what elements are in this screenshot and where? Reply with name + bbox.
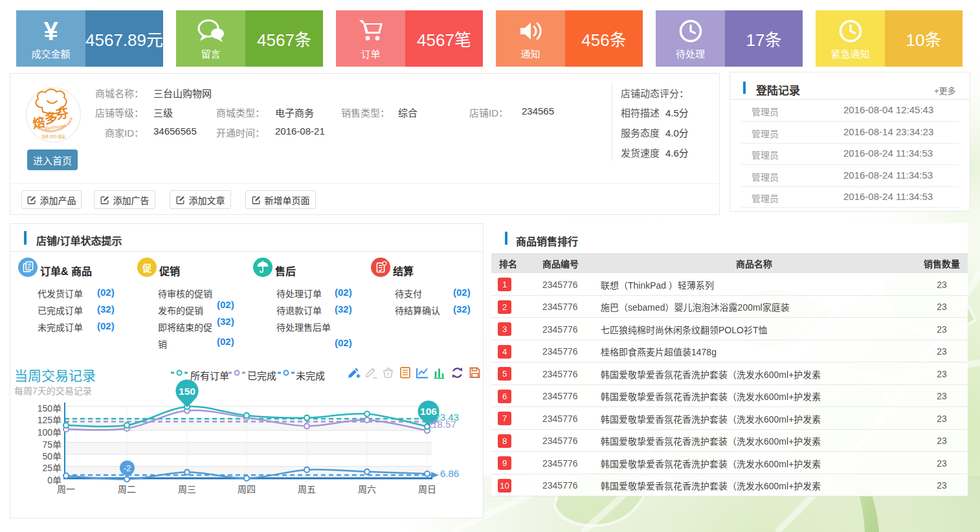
svg-text:150: 150: [179, 386, 195, 397]
svg-text:6.86: 6.86: [440, 468, 459, 479]
svg-text:-2: -2: [124, 463, 131, 473]
svg-text:118.57: 118.57: [427, 419, 456, 430]
